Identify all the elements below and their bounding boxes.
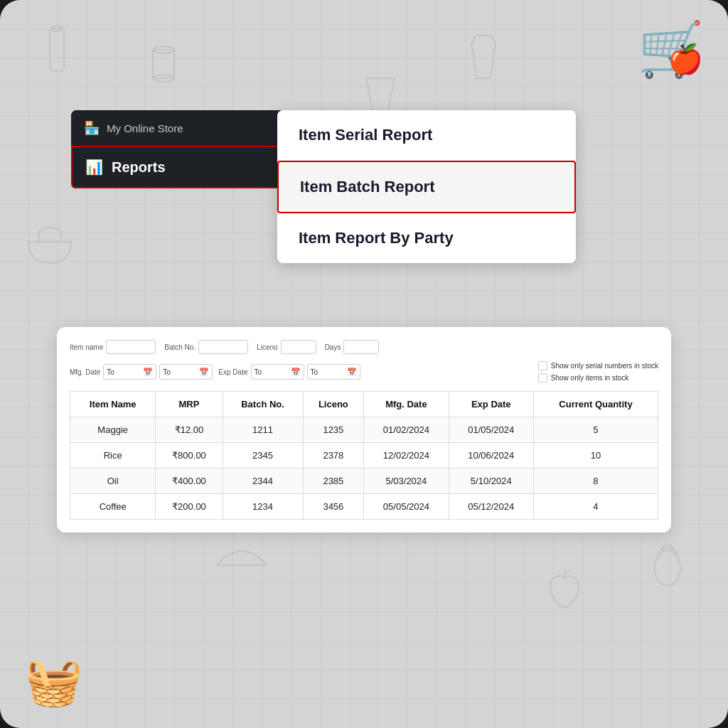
cell-mrp: ₹200.00: [156, 494, 223, 520]
items-checkbox[interactable]: [538, 373, 547, 382]
reports-label: Reports: [112, 159, 166, 176]
cell-item-name: Coffee: [70, 494, 156, 520]
svg-line-9: [564, 570, 566, 576]
cell-mrp: ₹12.00: [156, 417, 223, 443]
batch-no-input[interactable]: [198, 340, 248, 354]
mfg-date-group: Mfg. Date To 📅 To 📅: [70, 364, 213, 380]
store-name-label: My Online Store: [107, 122, 183, 134]
cell-batch-no: 1211: [223, 417, 303, 443]
item-name-filter-label: Item name: [70, 343, 103, 351]
col-header-exp-date: Exp Date: [449, 392, 533, 417]
serial-checkbox-label: Show only serial numbers in stock: [551, 362, 658, 370]
mfg-date-label: Mfg. Date: [70, 368, 100, 376]
svg-point-7: [655, 550, 680, 586]
cell-liceno: 1235: [303, 417, 364, 443]
store-icon: 🏪: [84, 120, 100, 136]
serial-checkbox[interactable]: [538, 361, 547, 370]
item-name-input[interactable]: [106, 340, 156, 354]
col-header-item-name: Item Name: [70, 392, 156, 417]
cell-mrp: ₹800.00: [156, 443, 223, 469]
doodle-bottle: [28, 21, 85, 78]
col-header-mfg-date: Mfg. Date: [364, 392, 449, 417]
filter-liceno-group: Liceno: [257, 340, 316, 354]
calendar-icon-exp-to: 📅: [347, 368, 357, 377]
svg-point-1: [51, 26, 63, 31]
cell-item-name: Rice: [70, 443, 156, 469]
doodle-corn: [643, 536, 692, 586]
cell-exp-date: 10/06/2024: [449, 443, 533, 469]
exp-date-group: Exp Date To 📅 To 📅: [218, 364, 360, 380]
serial-checkbox-item: Show only serial numbers in stock: [538, 361, 658, 370]
calendar-icon-exp-from: 📅: [291, 368, 301, 377]
cell-liceno: 2385: [303, 469, 364, 494]
table-row: Oil₹400.00234423855/03/20245/10/20248: [70, 469, 658, 494]
cell-mfg-date: 5/03/2024: [364, 469, 449, 494]
doodle-apple: [543, 569, 586, 611]
store-header-left: 🏪 My Online Store: [84, 120, 183, 136]
items-checkbox-label: Show only items in stock: [551, 374, 629, 382]
cell-liceno: 3456: [303, 494, 364, 520]
sidebar-nav: 🏪 My Online Store ⌄ 📊 Reports: [71, 110, 313, 188]
cell-quantity: 10: [533, 443, 658, 469]
top-grocery-decoration: 🛒 🍎: [636, 14, 707, 85]
table-row: Maggie₹12.001211123501/02/202401/05/2024…: [70, 417, 658, 443]
col-header-quantity: Current Quantity: [533, 392, 658, 417]
dropdown-item-serial[interactable]: Item Serial Report: [277, 110, 576, 161]
cell-item-name: Oil: [70, 469, 156, 494]
exp-date-label: Exp Date: [218, 368, 247, 376]
doodle-bottle2: [462, 28, 505, 85]
app-background: 🛒 🍎 🧺 🏪 My Online Store ⌄ 📊 Reports Item…: [0, 0, 728, 728]
days-input[interactable]: [343, 340, 379, 354]
svg-rect-3: [153, 50, 174, 78]
checkbox-group: Show only serial numbers in stock Show o…: [538, 361, 658, 382]
cell-batch-no: 1234: [223, 494, 303, 520]
filter-batch-group: Batch No.: [164, 340, 248, 354]
cell-exp-date: 01/05/2024: [449, 417, 533, 443]
bottom-basket-decoration: 🧺: [21, 650, 85, 714]
dropdown-item-party[interactable]: Item Report By Party: [277, 213, 576, 263]
mfg-date-to[interactable]: To 📅: [159, 364, 213, 380]
liceno-input[interactable]: [281, 340, 316, 354]
svg-point-4: [153, 75, 174, 82]
exp-date-from[interactable]: To 📅: [251, 364, 304, 380]
svg-point-2: [153, 46, 174, 53]
report-panel: Item name Batch No. Liceno Days Mfg. Dat…: [57, 327, 671, 532]
mfg-date-from[interactable]: To 📅: [103, 364, 156, 380]
items-checkbox-item: Show only items in stock: [538, 373, 658, 382]
batch-report-table: Item Name MRP Batch No. Liceno Mfg. Date…: [70, 391, 658, 520]
table-header-row: Item Name MRP Batch No. Liceno Mfg. Date…: [70, 392, 658, 417]
cell-quantity: 5: [533, 417, 658, 443]
filter-row-1: Item name Batch No. Liceno Days: [70, 340, 658, 354]
cell-batch-no: 2344: [223, 469, 303, 494]
cell-exp-date: 5/10/2024: [449, 469, 533, 494]
doodle-can: [142, 43, 185, 85]
filter-item-name-group: Item name: [70, 340, 156, 354]
table-row: Rice₹800.002345237812/02/202410/06/20241…: [70, 443, 658, 469]
svg-rect-0: [50, 28, 64, 71]
cell-liceno: 2378: [303, 443, 364, 469]
calendar-icon-mfg-to: 📅: [199, 368, 209, 377]
cell-quantity: 8: [533, 469, 658, 494]
batch-no-filter-label: Batch No.: [164, 343, 196, 351]
cell-mrp: ₹400.00: [156, 469, 223, 494]
calendar-icon-mfg-from: 📅: [143, 368, 153, 377]
doodle-basket: [21, 213, 78, 270]
store-header: 🏪 My Online Store ⌄: [71, 110, 313, 146]
days-filter-label: Days: [325, 343, 341, 351]
reports-dropdown-menu: Item Serial Report Item Batch Report Ite…: [277, 110, 576, 263]
cell-mfg-date: 01/02/2024: [364, 417, 449, 443]
liceno-filter-label: Liceno: [257, 343, 277, 351]
col-header-liceno: Liceno: [303, 392, 364, 417]
cell-exp-date: 05/12/2024: [449, 494, 533, 520]
filter-row-2: Mfg. Date To 📅 To 📅 Exp Date To 📅 To: [70, 361, 658, 382]
col-header-batch-no: Batch No.: [223, 392, 303, 417]
table-row: Coffee₹200.001234345605/05/202405/12/202…: [70, 494, 658, 520]
doodle-watermelon: [213, 533, 270, 569]
cell-quantity: 4: [533, 494, 658, 520]
cell-mfg-date: 12/02/2024: [364, 443, 449, 469]
sidebar-item-reports[interactable]: 📊 Reports: [71, 146, 313, 188]
cell-item-name: Maggie: [70, 417, 156, 443]
dropdown-item-batch[interactable]: Item Batch Report: [277, 161, 576, 213]
cell-mfg-date: 05/05/2024: [364, 494, 449, 520]
exp-date-to[interactable]: To 📅: [307, 364, 360, 380]
